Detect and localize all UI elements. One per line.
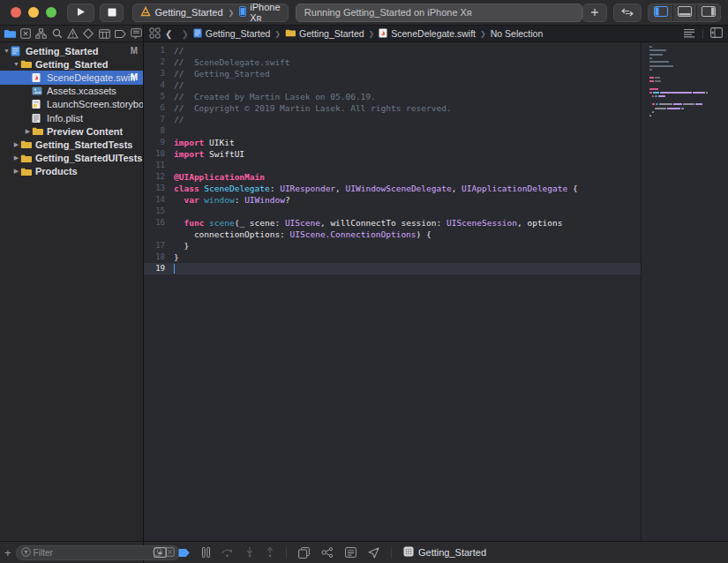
test-navigator-tab[interactable] xyxy=(81,27,95,41)
report-navigator-tab[interactable] xyxy=(129,27,143,41)
code-line[interactable]: 7// xyxy=(144,114,641,125)
line-number[interactable]: 13 xyxy=(144,183,170,194)
go-back-button[interactable]: ❮ xyxy=(161,29,176,39)
line-number[interactable]: 2 xyxy=(144,56,170,68)
pause-icon[interactable] xyxy=(202,547,210,558)
inspector-toggle-button[interactable] xyxy=(696,4,720,21)
breakpoints-toggle-icon[interactable] xyxy=(178,548,191,558)
add-tab-button[interactable] xyxy=(582,4,607,22)
code-line[interactable]: 3// Getting_Started xyxy=(144,68,641,79)
breakpoint-navigator-tab[interactable] xyxy=(113,27,127,41)
sidebar-item-assets-xcassets[interactable]: Assets.xcassets xyxy=(0,85,143,98)
line-number[interactable]: 16 xyxy=(144,217,170,229)
sidebar-item-info-plist[interactable]: Info.plist xyxy=(0,111,143,124)
line-number[interactable]: 18 xyxy=(144,251,170,263)
running-process[interactable]: Getting_Started xyxy=(403,546,486,559)
line-number[interactable]: 8 xyxy=(144,125,170,137)
navigator-toggle-button[interactable] xyxy=(649,4,672,21)
line-number[interactable]: 4 xyxy=(144,79,170,91)
disclosure-triangle-icon[interactable]: ▼ xyxy=(3,48,11,54)
disclosure-triangle-icon[interactable]: ▼ xyxy=(12,61,20,67)
code-line[interactable]: 16 func scene(_ scene: UIScene, willConn… xyxy=(144,217,641,229)
line-number[interactable]: 5 xyxy=(144,91,170,102)
code-line[interactable]: 11 xyxy=(144,160,641,171)
run-button[interactable] xyxy=(67,4,94,22)
breadcrumb-file[interactable]: SceneDelegate.swift xyxy=(379,28,476,40)
sidebar-item-preview-content[interactable]: ▶Preview Content xyxy=(0,124,143,138)
environment-overrides-icon[interactable] xyxy=(345,547,356,558)
find-navigator-tab[interactable] xyxy=(50,27,64,41)
scheme-selector[interactable]: Getting_Started ❯ iPhone Xʀ xyxy=(132,4,288,22)
code-review-button[interactable] xyxy=(613,4,642,22)
code-area[interactable]: 1//2// SceneDelegate.swift3// Getting_St… xyxy=(144,42,641,541)
line-number[interactable]: 1 xyxy=(144,45,170,56)
sidebar-item-launchscreen-storyboard[interactable]: LaunchScreen.storyboard xyxy=(0,98,143,111)
disclosure-triangle-icon[interactable]: ▶ xyxy=(24,128,32,135)
step-into-icon[interactable] xyxy=(245,547,254,558)
minimize-window-button[interactable] xyxy=(28,7,39,18)
step-out-icon[interactable] xyxy=(266,547,274,558)
line-number[interactable]: 17 xyxy=(144,240,170,251)
code-line[interactable]: 18} xyxy=(144,251,641,263)
line-number[interactable]: 10 xyxy=(144,148,170,160)
disclosure-triangle-icon[interactable]: ▶ xyxy=(12,141,20,148)
add-editor-icon[interactable] xyxy=(710,27,723,40)
line-number[interactable]: 12 xyxy=(144,171,170,183)
add-file-button[interactable]: + xyxy=(4,546,11,559)
source-editor[interactable]: 1//2// SceneDelegate.swift3// Getting_St… xyxy=(144,42,728,541)
view-hierarchy-icon[interactable] xyxy=(298,547,310,559)
line-number[interactable]: 14 xyxy=(144,194,170,206)
sidebar-item-getting-starteduitests[interactable]: ▶Getting_StartedUITests xyxy=(0,152,143,165)
zoom-window-button[interactable] xyxy=(46,7,56,18)
debug-area-toggle-button[interactable] xyxy=(672,4,696,21)
line-number[interactable]: 7 xyxy=(144,114,170,125)
related-items-icon[interactable] xyxy=(149,27,161,41)
sidebar-item-getting-started[interactable]: ▼Getting_StartedM xyxy=(0,44,143,57)
memory-graph-icon[interactable] xyxy=(321,547,334,558)
filter-input[interactable] xyxy=(34,548,150,558)
line-number[interactable]: 11 xyxy=(144,160,170,171)
sidebar-item-scenedelegate-swift[interactable]: SceneDelegate.swiftM xyxy=(0,71,143,84)
debug-navigator-tab[interactable] xyxy=(97,27,111,41)
code-line[interactable]: 6// Copyright © 2019 Martin Lasek. All r… xyxy=(144,102,641,114)
code-line[interactable]: 9import UIKit xyxy=(144,137,641,148)
project-navigator-tab[interactable] xyxy=(3,27,17,41)
line-number[interactable]: 3 xyxy=(144,68,170,79)
line-number[interactable]: 19 xyxy=(144,263,170,274)
editor-options-icon[interactable] xyxy=(683,28,695,40)
minimap[interactable] xyxy=(641,42,726,541)
code-line[interactable]: 5// Created by Martin Lasek on 05.06.19. xyxy=(144,91,641,102)
disclosure-triangle-icon[interactable]: ▶ xyxy=(12,154,20,161)
close-window-button[interactable] xyxy=(11,7,21,18)
code-line[interactable]: 19 xyxy=(144,263,641,274)
code-line[interactable]: 12@UIApplicationMain xyxy=(144,171,641,183)
stop-button[interactable] xyxy=(100,4,124,22)
go-forward-button[interactable]: ❯ xyxy=(176,29,192,39)
code-line[interactable]: 2// SceneDelegate.swift xyxy=(144,56,641,68)
sidebar-item-products[interactable]: ▶Products xyxy=(0,165,143,178)
breadcrumb-group[interactable]: Getting_Started xyxy=(285,28,364,39)
code-line[interactable]: 8 xyxy=(144,125,641,137)
code-line[interactable]: 17 } xyxy=(144,240,641,251)
line-number[interactable]: 15 xyxy=(144,206,170,217)
line-number[interactable]: 6 xyxy=(144,102,170,114)
line-number[interactable]: 9 xyxy=(144,137,170,148)
code-line[interactable]: 15 xyxy=(144,206,641,217)
code-line[interactable]: 1// xyxy=(144,45,641,56)
source-control-navigator-tab[interactable] xyxy=(19,27,33,41)
issue-navigator-tab[interactable] xyxy=(66,27,80,41)
step-over-icon[interactable] xyxy=(221,547,234,558)
code-line[interactable]: 13class SceneDelegate: UIResponder, UIWi… xyxy=(144,183,641,194)
symbol-navigator-tab[interactable] xyxy=(34,27,49,41)
debug-area-toggle-icon[interactable] xyxy=(154,547,167,558)
code-line[interactable]: 4// xyxy=(144,79,641,91)
disclosure-triangle-icon[interactable]: ▶ xyxy=(12,168,20,175)
simulate-location-icon[interactable] xyxy=(368,547,379,559)
sidebar-item-getting-startedtests[interactable]: ▶Getting_StartedTests xyxy=(0,138,143,151)
sidebar-item-getting-started[interactable]: ▼Getting_Started xyxy=(0,57,143,71)
code-line[interactable]: connectionOptions: UIScene.ConnectionOpt… xyxy=(144,229,641,240)
code-line[interactable]: 14 var window: UIWindow? xyxy=(144,194,641,206)
breadcrumb-project[interactable]: Getting_Started xyxy=(193,28,271,40)
line-number[interactable] xyxy=(144,229,170,240)
breadcrumb-selection[interactable]: No Selection xyxy=(491,28,544,39)
